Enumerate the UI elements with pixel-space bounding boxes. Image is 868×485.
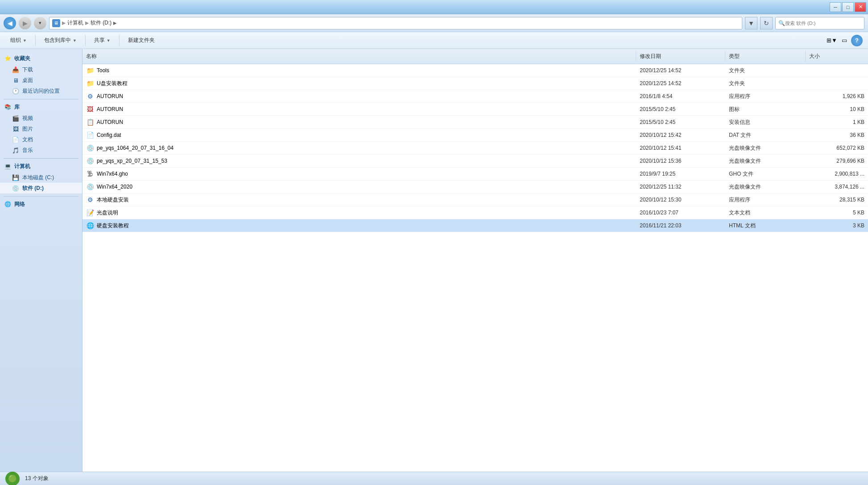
file-name-cell: ⚙ AUTORUN [82,91,636,102]
table-row[interactable]: ⚙ 本地硬盘安装 2020/10/12 15:30 应用程序 28,315 KB [82,193,868,206]
share-dropdown-arrow: ▼ [107,38,111,43]
title-bar-buttons: ─ □ ✕ [830,2,866,12]
table-row[interactable]: 🗜 Win7x64.gho 2019/9/7 19:25 GHO 文件 2,90… [82,168,868,181]
file-date: 2020/10/12 15:41 [636,144,725,152]
file-type: 安装信息 [725,117,806,127]
breadcrumb-drive[interactable]: 软件 (D:) [91,19,111,27]
status-count: 13 个对象 [25,475,49,482]
table-row[interactable]: 💿 pe_yqs_1064_20_07_31_16_04 2020/10/12 … [82,142,868,155]
sidebar-divider-1 [4,99,78,99]
file-name: pe_yqs_xp_20_07_31_15_53 [97,158,167,164]
file-size: 1,926 KB [806,92,868,101]
file-date: 2015/5/10 2:45 [636,118,725,127]
file-date: 2020/12/25 11:32 [636,182,725,191]
back-button[interactable]: ◀ [4,17,16,29]
sidebar-item-downloads[interactable]: 📥 下载 [0,64,82,75]
video-icon: 🎬 [12,114,20,122]
table-row[interactable]: 💿 Win7x64_2020 2020/12/25 11:32 光盘映像文件 3… [82,181,868,193]
main-content: ⭐ 收藏夹 📥 下载 🖥 桌面 🕐 最近访问的位置 📚 库 [0,49,868,472]
sidebar-item-desktop[interactable]: 🖥 桌面 [0,75,82,86]
file-name: Win7x64.gho [97,171,128,177]
sidebar: ⭐ 收藏夹 📥 下载 🖥 桌面 🕐 最近访问的位置 📚 库 [0,49,82,472]
col-name[interactable]: 名称 [82,51,636,62]
sidebar-section-title-library[interactable]: 📚 库 [0,101,82,113]
file-icon: 🌐 [86,222,94,230]
sidebar-item-c-drive[interactable]: 💾 本地磁盘 (C:) [0,172,82,183]
view-toggle-button[interactable]: ⊞▼ [826,35,838,46]
file-size: 3 KB [806,221,868,230]
sidebar-section-title-computer[interactable]: 💻 计算机 [0,160,82,172]
col-date[interactable]: 修改日期 [636,51,725,62]
maximize-button[interactable]: □ [842,2,854,12]
network-icon: 🌐 [4,200,12,208]
file-date: 2016/11/21 22:03 [636,221,725,230]
file-icon: 💿 [86,157,94,165]
col-type[interactable]: 类型 [725,51,806,62]
recent-button[interactable]: ▾ [34,17,46,29]
file-name: 光盘说明 [97,209,118,217]
file-icon: 💿 [86,183,94,191]
file-name: AUTORUN [97,93,123,99]
file-size: 36 KB [806,131,868,140]
breadcrumb-computer[interactable]: 计算机 [67,19,83,27]
sidebar-item-pictures[interactable]: 🖼 图片 [0,123,82,134]
d-drive-icon: 💿 [12,184,20,192]
table-row[interactable]: 🌐 硬盘安装教程 2016/11/21 22:03 HTML 文档 3 KB [82,219,868,232]
forward-button[interactable]: ▶ [19,17,31,29]
search-input[interactable] [785,21,861,26]
organize-dropdown-arrow: ▼ [23,38,27,43]
table-row[interactable]: 🖼 AUTORUN 2015/5/10 2:45 图标 10 KB [82,103,868,116]
file-icon: 📋 [86,118,94,126]
table-row[interactable]: 💿 pe_yqs_xp_20_07_31_15_53 2020/10/12 15… [82,155,868,168]
organize-button[interactable]: 组织 ▼ [5,34,32,47]
search-icon: 🔍 [778,20,785,26]
breadcrumb-arrow[interactable]: ▶ [113,21,117,25]
toolbar-separator-3 [119,35,119,46]
address-dropdown-button[interactable]: ▼ [745,17,757,29]
sidebar-item-d-drive[interactable]: 💿 软件 (D:) [0,183,82,193]
file-date: 2020/10/12 15:42 [636,131,725,140]
sidebar-divider-2 [4,158,78,159]
minimize-button[interactable]: ─ [830,2,841,12]
sidebar-item-music[interactable]: 🎵 音乐 [0,145,82,156]
file-size: 28,315 KB [806,195,868,204]
file-type: 光盘映像文件 [725,143,806,153]
new-folder-button[interactable]: 新建文件夹 [123,34,160,47]
file-size: 10 KB [806,105,868,114]
breadcrumb[interactable]: 🖥 ▶ 计算机 ▶ 软件 (D:) ▶ [49,17,742,29]
table-row[interactable]: 📁 Tools 2020/12/25 14:52 文件夹 [82,64,868,77]
preview-pane-button[interactable]: ▭ [839,35,850,46]
help-button[interactable]: ? [851,35,863,46]
sidebar-item-video[interactable]: 🎬 视频 [0,113,82,123]
file-icon: ⚙ [86,196,94,204]
table-row[interactable]: 📋 AUTORUN 2015/5/10 2:45 安装信息 1 KB [82,116,868,129]
file-icon: 💿 [86,144,94,152]
share-button[interactable]: 共享 ▼ [89,34,115,47]
breadcrumb-sep1: ▶ [62,20,66,26]
table-row[interactable]: 📄 Config.dat 2020/10/12 15:42 DAT 文件 36 … [82,129,868,142]
col-size[interactable]: 大小 [806,51,868,62]
file-date: 2020/12/25 14:52 [636,66,725,75]
title-bar: ─ □ ✕ [0,0,868,14]
breadcrumb-sep2: ▶ [85,20,89,26]
file-name: Win7x64_2020 [97,184,132,190]
close-button[interactable]: ✕ [855,2,866,12]
table-row[interactable]: 📁 U盘安装教程 2020/12/25 14:52 文件夹 [82,77,868,90]
sidebar-section-title-favorites[interactable]: ⭐ 收藏夹 [0,53,82,64]
file-icon: 📄 [86,131,94,139]
library-icon: 📚 [4,103,12,111]
recent-icon: 🕐 [12,87,20,95]
table-row[interactable]: ⚙ AUTORUN 2016/1/8 4:54 应用程序 1,926 KB [82,90,868,103]
table-row[interactable]: 📝 光盘说明 2016/10/23 7:07 文本文档 5 KB [82,206,868,219]
status-bar: 🟢 13 个对象 [0,472,868,485]
include-library-button[interactable]: 包含到库中 ▼ [39,34,82,47]
file-name-cell: 💿 Win7x64_2020 [82,181,636,192]
sidebar-section-title-network[interactable]: 🌐 网络 [0,198,82,210]
sidebar-item-recent[interactable]: 🕐 最近访问的位置 [0,86,82,96]
refresh-button[interactable]: ↻ [760,17,773,29]
sidebar-item-documents[interactable]: 📄 文档 [0,134,82,145]
view-buttons: ⊞▼ ▭ ? [826,35,863,46]
file-name: 本地硬盘安装 [97,196,129,204]
file-name-cell: 📄 Config.dat [82,130,636,140]
file-size [806,69,868,72]
